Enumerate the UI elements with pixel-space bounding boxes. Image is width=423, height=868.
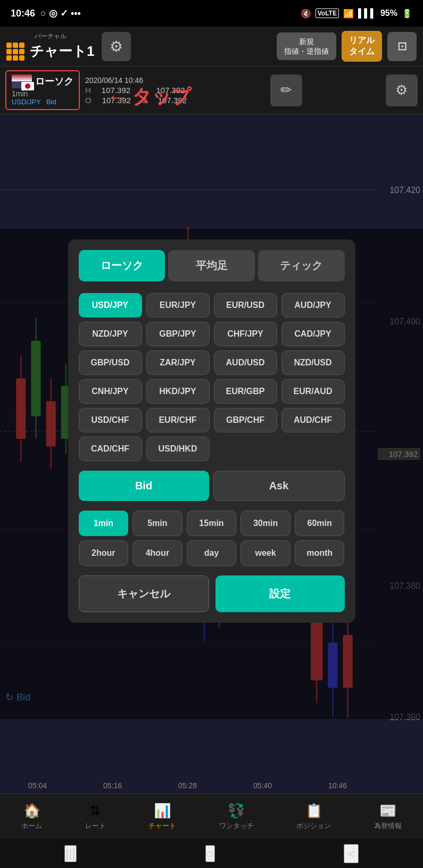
set-button[interactable]: 設定 — [215, 575, 345, 612]
currency-btn-eurchf[interactable]: EUR/CHF — [146, 408, 210, 432]
currency-btn-hkdjpy[interactable]: HKD/JPY — [146, 379, 210, 404]
currency-btn-audchf[interactable]: AUD/CHF — [281, 408, 345, 432]
close-label: C — [142, 96, 147, 105]
ohlc-hl: H 107.392 L 107.392 — [85, 86, 187, 95]
cancel-button[interactable]: キャンセル — [79, 575, 209, 612]
time-labels: 05:04 05:16 05:28 05:40 10:46 — [0, 778, 375, 794]
rate-icon: ⇅ — [89, 803, 101, 819]
tab-tick[interactable]: ティック — [258, 250, 345, 281]
position-icon: 📋 — [305, 803, 322, 819]
toggle-button[interactable]: ⊡ — [387, 32, 417, 61]
nav-home[interactable]: 🏠 ホーム — [21, 803, 42, 831]
system-nav: ||| ○ ＜ — [0, 839, 423, 868]
instrument-timeframe: 1min — [12, 89, 73, 98]
action-row: キャンセル 設定 — [79, 575, 345, 612]
jp-flag — [21, 82, 34, 90]
new-order-label: 新規指値・逆指値 — [284, 37, 329, 55]
instrument-name: ローソク — [35, 75, 73, 88]
battery-display: 95% — [380, 9, 397, 18]
nav-chart[interactable]: 📊 チャート — [148, 803, 176, 831]
settings-button[interactable]: ⚙ — [102, 32, 131, 61]
currency-grid: USD/JPY EUR/JPY EUR/USD AUD/JPY NZD/JPY … — [79, 293, 345, 461]
open-value: 107.392 — [102, 96, 131, 105]
time-label-2: 05:16 — [103, 781, 122, 790]
instrument-info[interactable]: ローソク 1min USD/JPY Bid — [5, 70, 80, 110]
nav-home-label: ホーム — [21, 821, 42, 831]
price-label-1: 107.420 — [378, 186, 420, 195]
new-order-button[interactable]: 新規指値・逆指値 — [277, 32, 336, 60]
chart-settings-modal: ローソク 平均足 ティック USD/JPY EUR/JPY EUR/USD AU… — [68, 239, 355, 623]
currency-btn-gbpusd[interactable]: GBP/USD — [79, 350, 142, 375]
status-left: 10:46 ○ ◎ ✓ ••• — [11, 7, 81, 19]
pair-bid-row: USD/JPY Bid — [12, 98, 73, 106]
bid-button[interactable]: Bid — [79, 471, 209, 501]
high-label: H — [85, 86, 91, 95]
currency-btn-eurusd[interactable]: EUR/USD — [214, 293, 277, 318]
high-value: 107.392 — [102, 86, 130, 95]
currency-btn-nzdjpy[interactable]: NZD/JPY — [79, 322, 142, 346]
currency-btn-gbpjpy[interactable]: GBP/JPY — [146, 322, 210, 346]
currency-btn-gbpchf[interactable]: GBP/CHF — [214, 408, 277, 432]
currency-btn-cadjpy[interactable]: CAD/JPY — [281, 322, 345, 346]
nav-forex-label: 為替情報 — [374, 821, 402, 831]
grid-icon — [6, 43, 24, 61]
onetouch-icon: 💱 — [228, 803, 245, 819]
currency-btn-usdchf[interactable]: USD/CHF — [79, 408, 142, 432]
low-value: 107.392 — [156, 86, 185, 95]
currency-btn-audusd[interactable]: AUD/USD — [214, 350, 277, 375]
time-label-1: 05:04 — [28, 781, 47, 790]
ask-button[interactable]: Ask — [213, 471, 345, 501]
home-button[interactable]: ○ — [205, 845, 215, 862]
tab-rosoku[interactable]: ローソク — [79, 250, 165, 281]
tf-month[interactable]: month — [295, 540, 345, 566]
pencil-icon: ✏ — [280, 82, 292, 98]
tf-30min[interactable]: 30min — [240, 511, 291, 536]
currency-btn-cadchf[interactable]: CAD/CHF — [79, 437, 142, 461]
recent-apps-button[interactable]: ||| — [64, 845, 77, 862]
chart-title: チャート1 — [30, 42, 94, 61]
realtime-button[interactable]: リアルタイム — [342, 31, 382, 62]
tf-4hour[interactable]: 4hour — [132, 540, 183, 566]
forex-icon: 📰 — [379, 803, 396, 819]
back-button[interactable]: ＜ — [344, 844, 359, 863]
tf-5min[interactable]: 5min — [132, 511, 183, 536]
currency-btn-zarjpy[interactable]: ZAR/JPY — [146, 350, 210, 375]
chart-settings-button[interactable]: ⚙ — [386, 74, 418, 106]
time-label-5: 10:46 — [328, 781, 347, 790]
battery-icon: 🔋 — [402, 9, 412, 19]
time-label-3: 05:28 — [178, 781, 197, 790]
tf-60min[interactable]: 60min — [295, 511, 345, 536]
currency-btn-eurjpy[interactable]: EUR/JPY — [146, 293, 210, 318]
time-display: 10:46 — [11, 8, 35, 19]
tf-day[interactable]: day — [187, 540, 237, 566]
nav-onetouch[interactable]: 💱 ワンタッチ — [219, 803, 254, 831]
currency-btn-usdhkd[interactable]: USD/HKD — [146, 437, 210, 461]
tf-15min[interactable]: 15min — [187, 511, 237, 536]
low-label: L — [141, 86, 145, 95]
instrument-type: Bid — [46, 98, 56, 106]
nav-rate[interactable]: ⇅ レート — [85, 803, 106, 831]
tab-heikin[interactable]: 平均足 — [168, 250, 255, 281]
edit-button[interactable]: ✏ — [270, 74, 302, 106]
currency-btn-chfjpy[interactable]: CHF/JPY — [214, 322, 277, 346]
nav-forex-info[interactable]: 📰 為替情報 — [374, 803, 402, 831]
currency-btn-nzdusd[interactable]: NZD/USD — [281, 350, 345, 375]
currency-btn-cnhjpy[interactable]: CNH/JPY — [79, 379, 142, 404]
status-bar: 10:46 ○ ◎ ✓ ••• 🔇 VoLTE 📶 ▌▌▌ 95% 🔋 — [0, 0, 423, 27]
open-label: O — [85, 96, 92, 105]
currency-btn-eurgbp[interactable]: EUR/GBP — [214, 379, 277, 404]
status-icons: ○ ◎ ✓ ••• — [40, 7, 81, 19]
signal-icon: ▌▌▌ — [358, 9, 376, 18]
currency-btn-audjpy[interactable]: AUD/JPY — [281, 293, 345, 318]
tf-week[interactable]: week — [240, 540, 291, 566]
tf-1min[interactable]: 1min — [79, 511, 129, 536]
realtime-label: リアルタイム — [349, 36, 375, 56]
nav-position[interactable]: 📋 ポジション — [296, 803, 331, 831]
chart-gear-icon: ⚙ — [395, 82, 408, 98]
timeframe-grid: 1min 5min 15min 30min 60min 2hour 4hour … — [79, 511, 345, 566]
tf-2hour[interactable]: 2hour — [79, 540, 129, 566]
modal-overlay: ローソク 平均足 ティック USD/JPY EUR/JPY EUR/USD AU… — [0, 229, 423, 719]
app-header: バーチャル チャート1 ⚙ 新規指値・逆指値 リアルタイム ⊡ — [0, 27, 423, 66]
currency-btn-euraud[interactable]: EUR/AUD — [281, 379, 345, 404]
currency-btn-usdjpy[interactable]: USD/JPY — [79, 293, 142, 318]
